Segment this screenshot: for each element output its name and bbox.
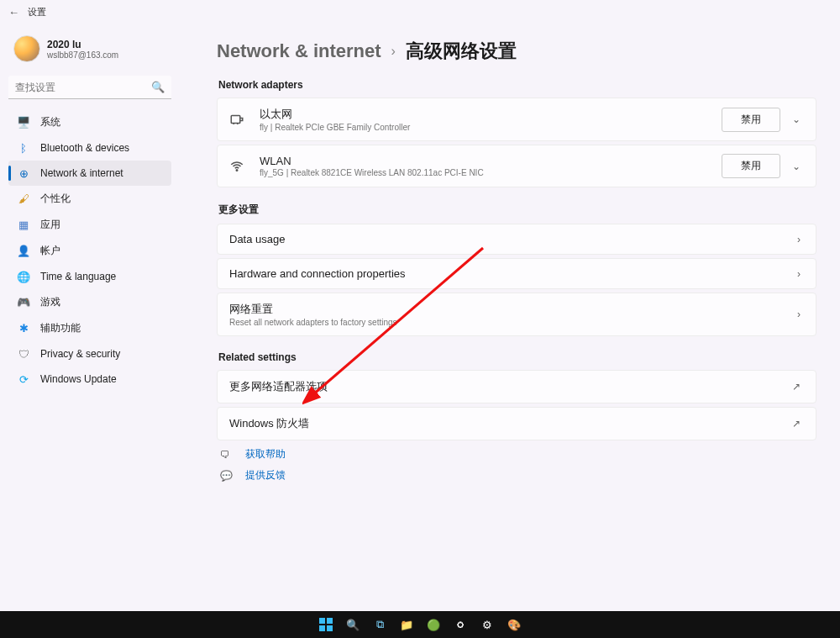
sidebar-item-label: 个性化 [40,192,71,206]
section-related-label: Related settings [218,351,816,363]
get-help-link[interactable]: 🗨 获取帮助 [220,447,816,461]
user-email: wslbb87@163.com [47,50,118,60]
sidebar: 2020 lu wslbb87@163.com 🔍 🖥️系统ᛒBluetooth… [0,24,176,611]
start-button[interactable] [317,615,335,634]
chevron-right-icon: › [794,234,804,245]
feedback-link[interactable]: 💬 提供反馈 [220,468,816,482]
row-title: 更多网络适配器选项 [229,379,789,394]
sidebar-item-label: Bluetooth & devices [40,142,129,154]
adapter-card[interactable]: 以太网 fly | Realtek PCIe GBE Family Contro… [217,98,816,141]
sidebar-item-7[interactable]: 🎮游戏 [8,289,171,315]
settings-row[interactable]: Hardware and connection properties › [217,258,816,289]
sidebar-item-0[interactable]: 🖥️系统 [8,109,171,135]
sidebar-item-label: Windows Update [40,373,117,385]
sidebar-item-8[interactable]: ✱辅助功能 [8,315,171,341]
help-icon: 🗨 [220,449,234,461]
nav-icon: ▦ [17,219,30,232]
svg-rect-5 [319,625,325,631]
avatar [13,35,40,62]
sidebar-item-label: Privacy & security [40,348,120,360]
sidebar-item-5[interactable]: 👤帐户 [8,238,171,264]
search-icon: 🔍 [151,81,165,93]
sidebar-item-label: Time & language [40,271,116,282]
row-title: 网络重置 [229,302,794,317]
nav-icon: ✱ [17,322,30,335]
adapter-sub: fly | Realtek PCIe GBE Family Controller [260,123,722,132]
chevron-down-icon[interactable]: ⌄ [789,113,804,125]
sidebar-item-3[interactable]: 🖌个性化 [8,186,171,212]
back-button[interactable]: ← [8,6,19,18]
related-row[interactable]: 更多网络适配器选项 ↗ [217,370,816,403]
sidebar-item-label: 辅助功能 [40,321,81,335]
nav-icon: ⟳ [17,372,30,386]
nav-icon: 🎮 [17,296,30,309]
task-view-icon[interactable]: ⧉ [370,615,389,634]
sidebar-item-label: Network & internet [40,167,123,179]
chevron-right-icon: › [391,44,396,59]
svg-rect-0 [231,116,240,124]
sidebar-item-10[interactable]: ⟳Windows Update [8,366,171,392]
related-row[interactable]: Windows 防火墙 ↗ [217,407,816,440]
breadcrumb-current: 高级网络设置 [406,39,517,64]
settings-row[interactable]: Data usage › [217,224,816,255]
sidebar-item-label: 帐户 [40,244,60,258]
wifi-icon [229,159,248,174]
paint-icon[interactable]: 🎨 [505,615,523,634]
chrome-icon[interactable]: ⭘ [451,615,470,634]
nav-icon: 🌐 [17,270,30,283]
search-input[interactable] [8,76,171,99]
titlebar: ← 设置 [0,0,840,24]
adapter-title: 以太网 [260,107,722,122]
feedback-icon: 💬 [220,470,234,482]
settings-row[interactable]: 网络重置Reset all network adapters to factor… [217,293,816,336]
nav-icon: 👤 [17,245,30,258]
user-name: 2020 lu [47,39,118,50]
nav: 🖥️系统ᛒBluetooth & devices⊕Network & inter… [8,109,171,392]
search-box[interactable]: 🔍 [8,76,171,99]
svg-rect-4 [327,618,333,624]
svg-rect-6 [327,625,333,631]
row-title: Data usage [229,233,794,245]
get-help-text[interactable]: 获取帮助 [245,447,286,461]
section-more-label: 更多设置 [218,203,816,217]
adapter-card[interactable]: WLAN fly_5G | Realtek 8821CE Wireless LA… [217,145,816,187]
profile[interactable]: 2020 lu wslbb87@163.com [8,32,171,66]
edge-icon[interactable]: 🟢 [424,615,443,634]
taskbar-search-icon[interactable]: 🔍 [344,615,362,634]
row-title: Hardware and connection properties [229,267,794,280]
nav-icon: 🖌 [17,192,30,206]
settings-taskbar-icon[interactable]: ⚙ [478,615,496,634]
svg-rect-3 [319,618,325,624]
adapter-sub: fly_5G | Realtek 8821CE Wireless LAN 802… [260,168,722,177]
open-external-icon: ↗ [789,381,804,393]
nav-icon: 🛡 [17,347,30,361]
file-explorer-icon[interactable]: 📁 [397,615,416,634]
sidebar-item-4[interactable]: ▦应用 [8,212,171,238]
sidebar-item-label: 应用 [40,218,60,232]
sidebar-item-9[interactable]: 🛡Privacy & security [8,341,171,366]
nav-icon: ⊕ [17,166,30,180]
disable-button[interactable]: 禁用 [722,108,780,132]
breadcrumb-parent[interactable]: Network & internet [217,40,381,62]
main-content: Network & internet › 高级网络设置 Network adap… [176,24,840,611]
feedback-text[interactable]: 提供反馈 [245,468,286,482]
svg-point-1 [236,169,238,171]
taskbar: 🔍 ⧉ 📁 🟢 ⭘ ⚙ 🎨 [0,611,840,638]
breadcrumb: Network & internet › 高级网络设置 [217,39,816,64]
sidebar-item-label: 系统 [40,115,60,129]
ethernet-icon [229,112,248,127]
nav-icon: ᛒ [17,141,30,155]
row-title: Windows 防火墙 [229,416,789,431]
sidebar-item-1[interactable]: ᛒBluetooth & devices [8,135,171,161]
chevron-right-icon: › [794,308,804,320]
sidebar-item-2[interactable]: ⊕Network & internet [8,161,171,186]
chevron-right-icon: › [794,268,804,280]
open-external-icon: ↗ [789,418,804,430]
disable-button[interactable]: 禁用 [722,154,780,178]
window-title: 设置 [28,6,46,18]
sidebar-item-label: 游戏 [40,295,60,309]
chevron-down-icon[interactable]: ⌄ [789,161,804,172]
nav-icon: 🖥️ [17,116,30,129]
sidebar-item-6[interactable]: 🌐Time & language [8,264,171,289]
section-adapters-label: Network adapters [218,79,816,91]
